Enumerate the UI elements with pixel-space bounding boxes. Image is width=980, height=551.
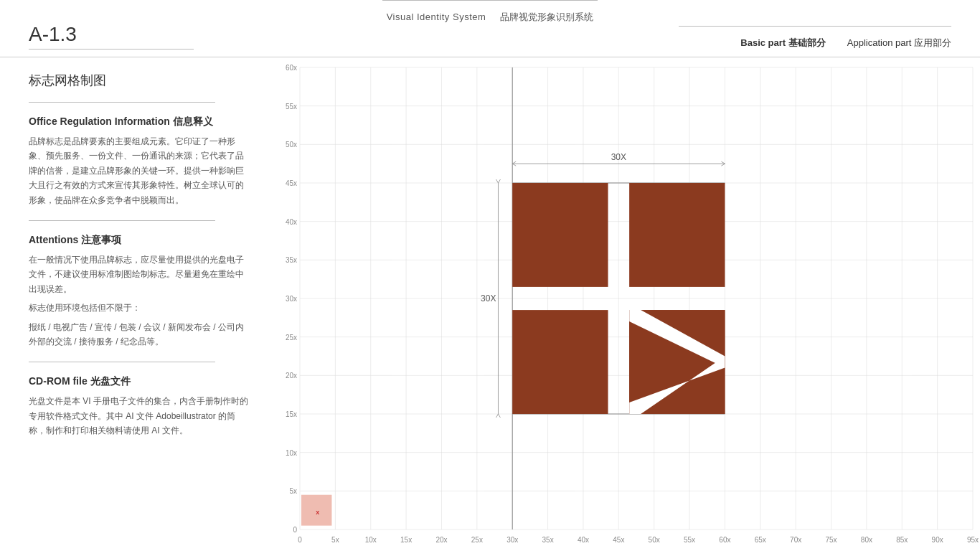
attentions-text-2: 标志使用环境包括但不限于： xyxy=(29,301,251,315)
office-text: 品牌标志是品牌要素的主要组成元素。它印证了一种形象、预先服务、一份文件、一份通讯… xyxy=(29,134,251,207)
application-part-label: Application part 应用部分 xyxy=(847,37,951,50)
divider-3 xyxy=(29,362,215,362)
header: A-1.3 Visual Identity System 品牌视觉形象识别系统 … xyxy=(0,0,980,57)
right-panel xyxy=(280,57,980,551)
header-right-text: Basic part 基础部分 Application part 应用部分 xyxy=(740,37,951,50)
header-center-rule xyxy=(382,0,598,1)
header-center-text: Visual Identity System 品牌视觉形象识别系统 xyxy=(387,11,594,24)
cdrom-title: CD-ROM file 光盘文件 xyxy=(29,375,251,388)
vi-subtitle: 品牌视觉形象识别系统 xyxy=(500,11,593,24)
grid-canvas xyxy=(280,57,980,551)
attentions-text-1: 在一般情况下使用品牌标志，应尽量使用提供的光盘电子文件，不建议使用标准制图绘制标… xyxy=(29,253,251,296)
header-center: Visual Identity System 品牌视觉形象识别系统 xyxy=(382,0,598,24)
divider-1 xyxy=(29,102,215,103)
section-title: 标志网格制图 xyxy=(29,72,251,89)
basic-part-label: Basic part 基础部分 xyxy=(740,37,825,50)
header-right: Basic part 基础部分 Application part 应用部分 xyxy=(679,26,951,50)
divider-2 xyxy=(29,220,215,221)
office-title: Office Regulation Information 信息释义 xyxy=(29,116,251,128)
cdrom-text: 光盘文件是本 VI 手册电子文件的集合，内含手册制作时的专用软件格式文件。其中 … xyxy=(29,394,251,438)
header-right-rule xyxy=(679,26,951,27)
header-rule xyxy=(29,49,194,50)
attentions-title: Attentions 注意事项 xyxy=(29,234,251,247)
left-panel: 标志网格制图 Office Regulation Information 信息释… xyxy=(0,57,280,551)
main-content: 标志网格制图 Office Regulation Information 信息释… xyxy=(0,57,980,551)
vi-title: Visual Identity System xyxy=(387,11,486,22)
attentions-text-3: 报纸 / 电视广告 / 宣传 / 包装 / 会议 / 新闻发布会 / 公司内外部… xyxy=(29,320,251,349)
page-number: A-1.3 xyxy=(29,24,194,44)
header-left: A-1.3 xyxy=(29,24,194,50)
